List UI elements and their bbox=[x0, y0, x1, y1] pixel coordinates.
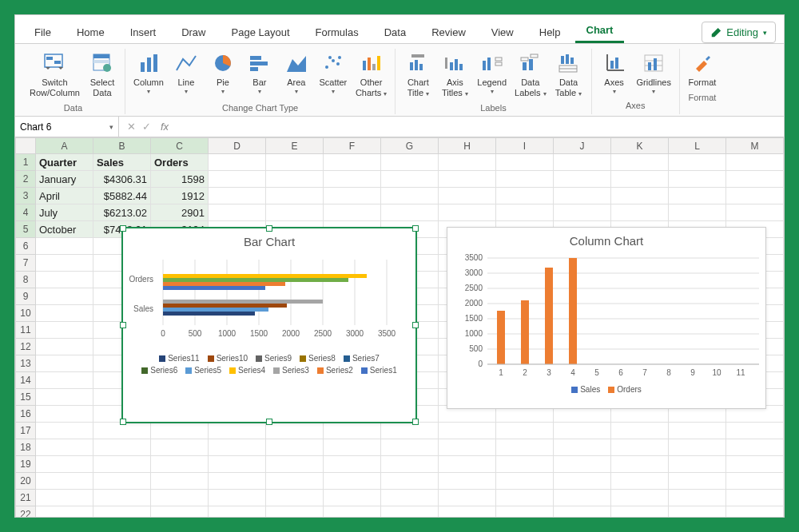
legend-button[interactable]: Legend▾ bbox=[474, 49, 510, 100]
column-header[interactable]: K bbox=[611, 138, 669, 154]
cell[interactable] bbox=[439, 439, 496, 456]
cell[interactable] bbox=[36, 272, 93, 288]
cell[interactable]: Sales bbox=[93, 154, 151, 171]
cell[interactable] bbox=[554, 439, 611, 456]
cell[interactable] bbox=[93, 490, 151, 506]
cell[interactable] bbox=[324, 439, 381, 456]
cell[interactable] bbox=[496, 171, 554, 188]
cell[interactable]: April bbox=[36, 188, 93, 204]
row-header[interactable]: 20 bbox=[16, 473, 36, 490]
cell[interactable] bbox=[36, 506, 93, 517]
cell[interactable] bbox=[726, 456, 784, 473]
tab-review[interactable]: Review bbox=[420, 20, 477, 43]
column-header[interactable]: I bbox=[496, 138, 554, 154]
column-header[interactable]: E bbox=[266, 138, 324, 154]
row-header[interactable]: 12 bbox=[16, 339, 36, 355]
row-header[interactable]: 22 bbox=[16, 506, 36, 517]
cell[interactable] bbox=[611, 439, 669, 456]
cell[interactable] bbox=[36, 490, 93, 506]
cell[interactable] bbox=[726, 506, 784, 517]
column-header[interactable]: J bbox=[554, 138, 611, 154]
cell[interactable] bbox=[726, 204, 784, 221]
embedded-chart-bar[interactable]: Bar Chart Orders Sales 05001000150020002… bbox=[121, 227, 417, 423]
cell[interactable] bbox=[669, 490, 726, 506]
cell[interactable] bbox=[36, 339, 93, 355]
row-header[interactable]: 2 bbox=[16, 171, 36, 188]
cell[interactable] bbox=[266, 473, 324, 490]
cell[interactable] bbox=[36, 305, 93, 322]
cell[interactable] bbox=[611, 171, 669, 188]
row-header[interactable]: 1 bbox=[16, 154, 36, 171]
data-table-button[interactable]: DataTable ▾ bbox=[551, 49, 586, 100]
cell[interactable]: $4306.31 bbox=[93, 171, 151, 188]
tab-help[interactable]: Help bbox=[528, 20, 572, 43]
cell[interactable] bbox=[554, 204, 611, 221]
cell[interactable] bbox=[611, 154, 669, 171]
cell[interactable] bbox=[381, 188, 439, 204]
tab-chart[interactable]: Chart bbox=[575, 18, 625, 43]
axis-titles-button[interactable]: AxisTitles ▾ bbox=[437, 49, 472, 100]
cell[interactable] bbox=[496, 204, 554, 221]
cell[interactable] bbox=[726, 154, 784, 171]
cell[interactable] bbox=[496, 490, 554, 506]
column-header[interactable]: M bbox=[726, 138, 784, 154]
cell[interactable] bbox=[324, 188, 381, 204]
cell[interactable] bbox=[381, 506, 439, 517]
axes-button[interactable]: Axes▾ bbox=[597, 49, 632, 97]
cell[interactable] bbox=[439, 473, 496, 490]
cell[interactable] bbox=[381, 456, 439, 473]
cell[interactable] bbox=[726, 423, 784, 439]
cell[interactable]: 1598 bbox=[151, 171, 209, 188]
tab-home[interactable]: Home bbox=[66, 20, 116, 43]
cell[interactable] bbox=[151, 423, 209, 439]
cell[interactable] bbox=[439, 154, 496, 171]
cell[interactable] bbox=[611, 423, 669, 439]
cell[interactable] bbox=[554, 188, 611, 204]
pie-chart-button[interactable]: Pie▾ bbox=[205, 49, 240, 100]
column-header[interactable]: H bbox=[439, 138, 496, 154]
cell[interactable] bbox=[36, 238, 93, 255]
cell[interactable]: 1912 bbox=[151, 188, 209, 204]
area-chart-button[interactable]: Area▾ bbox=[279, 49, 314, 100]
cell[interactable] bbox=[151, 439, 209, 456]
editing-mode-button[interactable]: Editing ▾ bbox=[702, 22, 776, 43]
spreadsheet-grid[interactable]: ABCDEFGHIJKLM1QuarterSalesOrders2January… bbox=[15, 137, 784, 517]
cell[interactable] bbox=[209, 204, 266, 221]
cell[interactable] bbox=[439, 506, 496, 517]
cell[interactable] bbox=[611, 204, 669, 221]
cell[interactable] bbox=[726, 188, 784, 204]
select-data-button[interactable]: Select Data bbox=[85, 49, 120, 100]
cell[interactable] bbox=[381, 473, 439, 490]
cell[interactable] bbox=[151, 473, 209, 490]
cell[interactable] bbox=[554, 506, 611, 517]
cell[interactable]: $6213.02 bbox=[93, 204, 151, 221]
name-box[interactable]: Chart 6 ▾ bbox=[15, 117, 119, 137]
cell[interactable] bbox=[266, 506, 324, 517]
cell[interactable] bbox=[266, 456, 324, 473]
column-header[interactable]: B bbox=[93, 138, 151, 154]
column-header[interactable]: C bbox=[151, 138, 209, 154]
column-header[interactable]: A bbox=[36, 138, 93, 154]
row-header[interactable]: 15 bbox=[16, 389, 36, 406]
column-header[interactable]: F bbox=[324, 138, 381, 154]
cell[interactable] bbox=[496, 456, 554, 473]
line-chart-button[interactable]: Line▾ bbox=[169, 49, 204, 100]
tab-file[interactable]: File bbox=[23, 20, 62, 43]
cell[interactable]: July bbox=[36, 204, 93, 221]
cell[interactable] bbox=[324, 154, 381, 171]
cell[interactable] bbox=[93, 473, 151, 490]
row-header[interactable]: 16 bbox=[16, 406, 36, 423]
tab-draw[interactable]: Draw bbox=[170, 20, 217, 43]
enter-icon[interactable]: ✓ bbox=[142, 121, 151, 133]
cell[interactable] bbox=[93, 506, 151, 517]
cell[interactable] bbox=[381, 423, 439, 439]
chart-title-button[interactable]: ChartTitle ▾ bbox=[400, 49, 435, 100]
cell[interactable] bbox=[554, 423, 611, 439]
cell[interactable] bbox=[36, 473, 93, 490]
tab-page-layout[interactable]: Page Layout bbox=[221, 20, 301, 43]
cell[interactable] bbox=[726, 473, 784, 490]
cell[interactable] bbox=[36, 406, 93, 423]
cell[interactable] bbox=[496, 473, 554, 490]
cell[interactable]: October bbox=[36, 221, 93, 238]
row-header[interactable]: 11 bbox=[16, 322, 36, 339]
